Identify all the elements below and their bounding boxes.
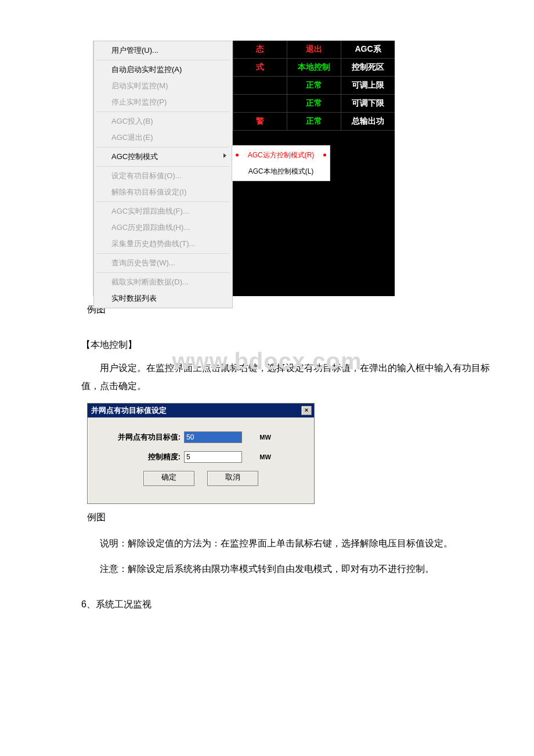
menu-item[interactable]: 用户管理(U)...	[95, 42, 231, 59]
panel-cell: 正常	[287, 95, 341, 112]
close-icon[interactable]: ×	[301, 406, 312, 415]
panel-row: 正常可调上限	[233, 77, 395, 95]
cancel-button[interactable]: 取消	[207, 471, 258, 486]
field-precision-label: 控制精度:	[99, 452, 184, 462]
menu-separator	[96, 166, 230, 167]
context-submenu: AGC远方控制模式(R) AGC本地控制模式(L)	[232, 145, 330, 181]
panel-cell	[233, 95, 287, 112]
paragraph: 注意：解除设定后系统将由限功率模式转到自由发电模式，即对有功不进行控制。	[81, 560, 499, 578]
menu-item: AGC退出(E)	[95, 129, 231, 146]
panel-cell: 退出	[287, 41, 341, 58]
menu-item[interactable]: 自动启动实时监控(A)	[95, 62, 231, 78]
menu-item: 启动实时监控(M)	[95, 78, 231, 94]
menu-item: AGC实时跟踪曲线(F)...	[95, 203, 231, 219]
menu-item: 设定有功目标值(O)...	[95, 168, 231, 184]
panel-cell: 本地控制	[287, 59, 341, 76]
context-menu: 用户管理(U)...自动启动实时监控(A)启动实时监控(M)停止实时监控(P)A…	[93, 41, 233, 308]
menu-separator	[96, 253, 230, 254]
field-target-unit: MW	[254, 434, 277, 441]
menu-item: 解除有功目标值设定(I)	[95, 184, 231, 200]
panel-cell: 态	[233, 41, 287, 58]
section-6-title: 6、系统工况监视	[81, 599, 499, 611]
menu-separator	[96, 201, 230, 202]
menu-item: 采集量历史趋势曲线(T)...	[95, 236, 231, 252]
menu-separator	[96, 111, 230, 112]
menu-item[interactable]: 实时数据列表	[95, 290, 231, 307]
panel-cell: 式	[233, 59, 287, 76]
dialog-title-text: 并网点有功目标值设定	[91, 405, 167, 416]
panel-row: 式本地控制控制死区	[233, 59, 395, 77]
field-target-input[interactable]	[184, 431, 242, 443]
paragraph: 说明：解除设定值的方法为：在监控界面上单击鼠标右键，选择解除电压目标值设定。	[81, 535, 499, 552]
menu-item[interactable]: AGC控制模式	[95, 149, 231, 165]
panel-row: 态退出AGC系	[233, 41, 395, 59]
panel-cell: 正常	[287, 77, 341, 94]
paragraph: 用户设定。在监控界面上点击鼠标右键，选择设定有功目标值，在弹出的输入框中输入有功…	[81, 359, 499, 395]
panel-row: 警正常总输出功	[233, 113, 395, 131]
menu-item: 截取实时断面数据(D)...	[95, 274, 231, 290]
menu-item: AGC历史跟踪曲线(H)...	[95, 219, 231, 236]
panel-cell: 可调下限	[341, 95, 395, 112]
submenu-item-local[interactable]: AGC本地控制模式(L)	[233, 163, 329, 179]
panel-row: 正常可调下限	[233, 95, 395, 113]
status-panel: 态退出AGC系式本地控制控制死区正常可调上限正常可调下限警正常总输出功	[233, 41, 395, 131]
panel-cell: 可调上限	[341, 77, 395, 94]
figure-caption: 例图	[87, 509, 499, 526]
panel-cell: 控制死区	[341, 59, 395, 76]
menu-item: 停止实时监控(P)	[95, 94, 231, 110]
ok-button[interactable]: 确定	[143, 471, 194, 486]
panel-cell: 总输出功	[341, 113, 395, 130]
panel-cell: 正常	[287, 113, 341, 130]
panel-cell	[233, 77, 287, 94]
panel-cell: AGC系	[341, 41, 395, 58]
menu-item: 查询历史告警(W)...	[95, 255, 231, 271]
context-menu-screenshot: 态退出AGC系式本地控制控制死区正常可调上限正常可调下限警正常总输出功 用户管理…	[93, 41, 395, 296]
field-precision-unit: MW	[254, 453, 277, 460]
field-precision-input[interactable]	[184, 451, 242, 463]
section-local-control-title: 【本地控制】	[81, 339, 499, 351]
menu-item: AGC投入(B)	[95, 113, 231, 129]
panel-cell: 警	[233, 113, 287, 130]
submenu-item-remote[interactable]: AGC远方控制模式(R)	[233, 147, 329, 163]
menu-separator	[96, 272, 230, 273]
chevron-right-icon	[223, 153, 226, 158]
target-value-dialog: 并网点有功目标值设定 × 并网点有功目标值: MW 控制精度: MW 确定 取消	[87, 403, 315, 504]
field-target-label: 并网点有功目标值:	[99, 432, 184, 442]
dialog-titlebar: 并网点有功目标值设定 ×	[88, 404, 314, 417]
menu-separator	[96, 147, 230, 147]
menu-separator	[96, 60, 230, 60]
